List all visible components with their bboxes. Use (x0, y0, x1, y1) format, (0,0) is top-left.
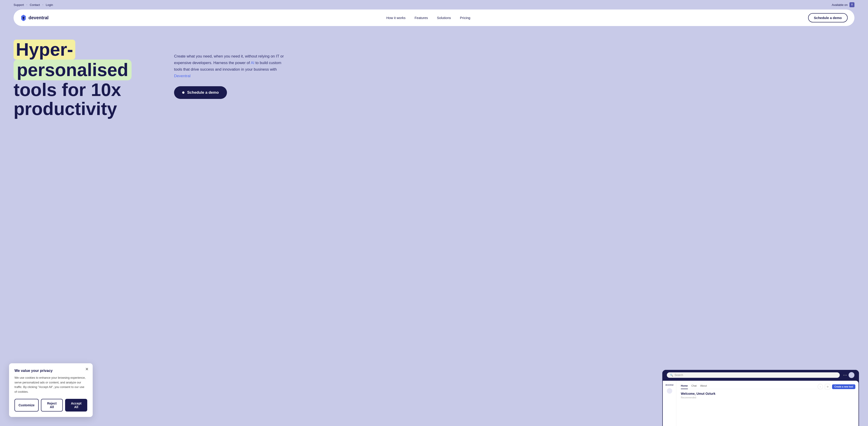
cookie-reject-button[interactable]: Reject All (41, 399, 63, 411)
preview-nav-about[interactable]: About (700, 385, 707, 387)
preview-nav-chat[interactable]: Chat (691, 385, 697, 387)
top-bar-left: Support • Contact • Login (13, 3, 53, 6)
preview-main-content: Home Chat About Welcome, Umut Ozturk Rec… (676, 381, 859, 426)
preview-search-icon: 🔍 (670, 374, 673, 377)
nav-features[interactable]: Features (414, 16, 428, 20)
preview-create-tool-button[interactable]: Create a new tool (832, 385, 855, 389)
preview-sidebar-avatar (667, 388, 672, 394)
hero-section: Hyper- personalised tools for 10x produc… (0, 31, 868, 123)
preview-welcome: Welcome, Umut Ozturk (681, 392, 854, 395)
navbar-schedule-demo-button[interactable]: Schedule a demo (808, 13, 848, 22)
nav-how-it-works[interactable]: How it works (386, 16, 405, 20)
hero-schedule-demo-button[interactable]: Schedule a demo (174, 86, 227, 99)
preview-topright-actions: ○ ⚙ Create a new tool (817, 384, 855, 389)
available-on-label: Available on (832, 3, 848, 6)
preview-nav-home[interactable]: Home (681, 385, 688, 389)
cookie-text: We use cookies to enhance your browsing … (14, 375, 87, 394)
preview-content-area: deventral Home Chat About Welcome, Umut … (663, 381, 859, 426)
preview-avatar (848, 372, 855, 378)
hero-title-productivity: productivity (13, 99, 117, 119)
hero-right: Create what you need, when you need it, … (174, 39, 287, 99)
top-bar-right: Available on T (832, 2, 855, 7)
navbar: deventral How it works Features Solution… (13, 9, 855, 26)
hero-title-personalised: personalised (13, 59, 131, 80)
hero-ai-link[interactable]: AI (251, 61, 254, 65)
nav-links: How it works Features Solutions Pricing (386, 16, 470, 20)
hero-title-hyper: Hyper- (13, 39, 75, 59)
app-preview-window: 🔍 Search deventral Home Chat (662, 370, 859, 426)
preview-three-dots-icon (843, 375, 847, 375)
top-bar: Support • Contact • Login Available on T (0, 0, 868, 9)
cookie-customize-button[interactable]: Customize (14, 399, 39, 411)
cookie-accept-button[interactable]: Accept All (65, 399, 87, 411)
preview-recommended: Recommended (681, 396, 854, 399)
hero-description: Create what you need, when you need it, … (174, 53, 287, 80)
logo-text: deventral (29, 15, 49, 20)
cookie-close-button[interactable]: ✕ (84, 367, 90, 372)
hero-left: Hyper- personalised tools for 10x produc… (13, 39, 160, 123)
cookie-buttons: Customize Reject All Accept All (14, 399, 87, 411)
logo[interactable]: deventral (20, 14, 49, 22)
cookie-title: We value your privacy (14, 369, 87, 373)
preview-sidebar-logo: deventral (665, 384, 674, 386)
preview-sidebar: deventral (663, 381, 676, 426)
preview-search-placeholder: Search (675, 373, 683, 377)
nav-solutions[interactable]: Solutions (437, 16, 451, 20)
preview-refresh-button[interactable]: ⚙ (825, 384, 830, 389)
contact-link[interactable]: Contact (30, 3, 40, 6)
login-link[interactable]: Login (46, 3, 53, 6)
hero-title-tools: tools for 10x (13, 80, 121, 100)
support-link[interactable]: Support (13, 3, 24, 6)
cta-dot-icon (182, 91, 184, 94)
dot-2: • (42, 4, 43, 5)
hero-title: Hyper- personalised tools for 10x produc… (13, 39, 160, 118)
preview-circle-button[interactable]: ○ (817, 384, 823, 389)
app-preview-container: 🔍 Search deventral Home Chat (662, 370, 859, 426)
teams-icon: T (849, 2, 855, 7)
hero-cta-label: Schedule a demo (187, 90, 219, 95)
nav-pricing[interactable]: Pricing (460, 16, 470, 20)
preview-actions (843, 372, 855, 378)
preview-topbar: 🔍 Search (662, 370, 859, 380)
hero-brand-link[interactable]: Deventral (174, 74, 191, 78)
preview-search-bar: 🔍 Search (667, 372, 840, 378)
dot-1: • (27, 4, 27, 5)
logo-icon (20, 14, 27, 22)
cookie-banner: ✕ We value your privacy We use cookies t… (9, 363, 93, 417)
